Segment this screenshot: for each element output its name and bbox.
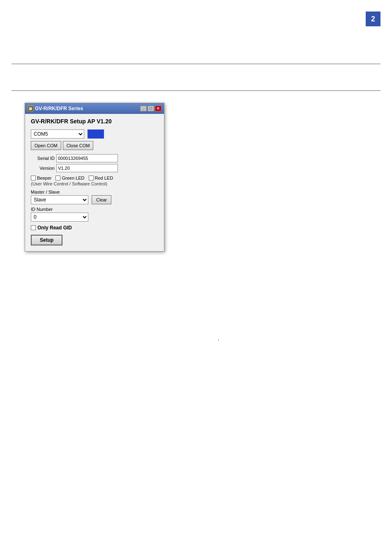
dialog-window: 🔲 GV-R/RK/DFR Series _ □ ✕ GV-R/RK/DFR S… [25, 103, 164, 252]
page-number-badge: 2 [366, 12, 380, 26]
close-com-button[interactable]: Close COM [63, 141, 94, 150]
red-led-checkbox-item: Red LED [89, 176, 113, 180]
version-row: Version [31, 164, 158, 172]
minimize-button[interactable]: _ [140, 106, 147, 111]
horizontal-rule-top [12, 64, 380, 64]
beeper-checkbox-item: Beeper [31, 176, 51, 180]
beeper-checkbox[interactable] [31, 176, 36, 180]
restore-button[interactable]: □ [148, 106, 154, 111]
id-number-label: ID Number [31, 207, 158, 212]
master-slave-label: Master / Slave [31, 190, 158, 194]
control-note: (User Wire Control / Software Control) [31, 181, 158, 186]
only-read-label: Only Read GID [37, 225, 72, 231]
bottom-comma: , [218, 335, 219, 341]
version-input[interactable] [56, 164, 118, 172]
window-title: GV-R/RK/DFR Series [35, 106, 83, 111]
only-read-checkbox[interactable] [31, 225, 36, 230]
title-bar-buttons: _ □ ✕ [140, 106, 161, 111]
green-led-checkbox[interactable] [55, 176, 60, 180]
serial-id-row: Serial ID [31, 154, 158, 162]
beeper-label: Beeper [37, 176, 51, 180]
green-led-checkbox-item: Green LED [55, 176, 84, 180]
title-bar-left: 🔲 GV-R/RK/DFR Series [28, 106, 83, 111]
app-icon: 🔲 [28, 106, 33, 111]
master-slave-select[interactable]: Slave Master [31, 195, 88, 204]
close-button[interactable]: ✕ [155, 106, 161, 111]
version-label: Version [31, 166, 55, 171]
com-button-row: Open COM Close COM [31, 141, 158, 150]
dialog-heading: GV-R/RK/DFR Setup AP V1.20 [31, 118, 158, 125]
id-number-select[interactable]: 0 1 2 [31, 213, 88, 222]
com-indicator [88, 130, 104, 139]
main-content-area: 🔲 GV-R/RK/DFR Series _ □ ✕ GV-R/RK/DFR S… [25, 103, 164, 252]
dialog-body: GV-R/RK/DFR Setup AP V1.20 COM5 Open COM… [25, 114, 164, 251]
red-led-checkbox[interactable] [89, 176, 94, 180]
title-bar: 🔲 GV-R/RK/DFR Series _ □ ✕ [25, 103, 164, 114]
led-checkbox-row: Beeper Green LED Red LED [31, 176, 158, 180]
serial-id-input[interactable] [56, 154, 118, 162]
master-slave-row: Slave Master Clear [31, 195, 158, 204]
green-led-label: Green LED [62, 176, 84, 180]
clear-button[interactable]: Clear [92, 195, 111, 204]
setup-button[interactable]: Setup [31, 235, 62, 245]
only-read-row: Only Read GID [31, 225, 158, 231]
serial-id-label: Serial ID [31, 156, 55, 161]
red-led-label: Red LED [95, 176, 113, 180]
com-port-select[interactable]: COM5 [31, 130, 84, 139]
open-com-button[interactable]: Open COM [31, 141, 61, 150]
horizontal-rule-bottom [12, 90, 380, 91]
com-port-row: COM5 [31, 130, 158, 139]
